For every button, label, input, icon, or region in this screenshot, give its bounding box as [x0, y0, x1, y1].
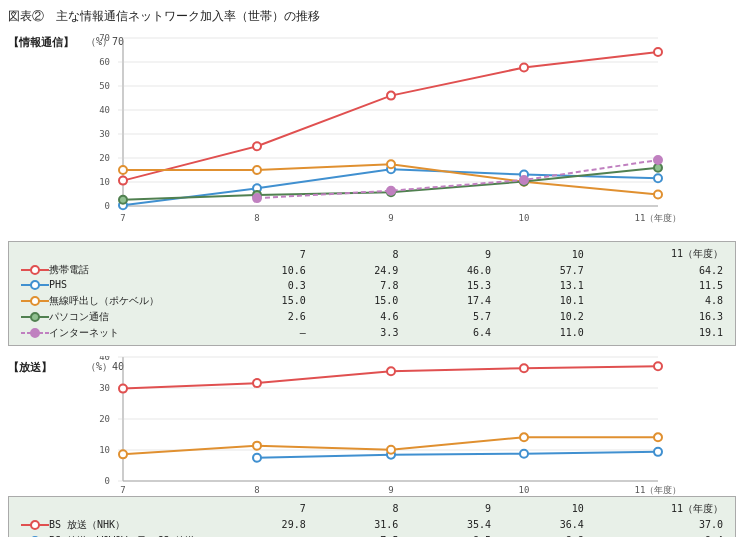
svg-point-89: [31, 521, 39, 529]
svg-point-37: [654, 191, 662, 199]
svg-point-79: [253, 453, 261, 461]
svg-point-32: [654, 174, 662, 182]
svg-text:0: 0: [105, 476, 110, 486]
svg-point-46: [654, 156, 662, 164]
legend2-row-nhk: BS 放送（NHK） 29.8 31.6 35.4 36.4 37.0: [17, 517, 727, 533]
svg-point-87: [654, 433, 662, 441]
svg-text:8: 8: [254, 485, 259, 495]
chart1-svg: （%）70 0 10 20 30 40 50 60 70: [78, 31, 678, 241]
svg-point-84: [253, 441, 261, 449]
svg-point-34: [253, 166, 261, 174]
svg-point-52: [31, 297, 39, 305]
svg-point-33: [119, 166, 127, 174]
svg-point-25: [387, 92, 395, 100]
svg-text:10: 10: [99, 177, 110, 187]
svg-point-44: [387, 187, 395, 195]
svg-point-35: [387, 160, 395, 168]
svg-text:50: 50: [99, 81, 110, 91]
svg-text:10: 10: [99, 445, 110, 455]
svg-point-74: [119, 384, 127, 392]
svg-point-23: [119, 177, 127, 185]
legend-row-internet: インターネット — 3.3 6.4 11.0 19.1: [17, 325, 727, 341]
svg-point-26: [520, 64, 528, 72]
svg-text:7: 7: [120, 213, 125, 223]
chart2-legend: 7 8 9 10 11（年度） BS 放送（NHK） 29.8 31.6 35.…: [8, 496, 736, 538]
chart1-section-label: 【情報通信】: [8, 31, 78, 50]
legend-row-pc: パソコン通信 2.6 4.6 5.7 10.2 16.3: [17, 309, 727, 325]
svg-point-56: [31, 329, 39, 337]
svg-point-38: [119, 196, 127, 204]
svg-point-43: [253, 194, 261, 202]
chart1-section: 【情報通信】 （%）70 0 10 20 30 40 50: [8, 31, 736, 346]
svg-point-45: [520, 176, 528, 184]
svg-text:70: 70: [99, 33, 110, 43]
chart2-section: 【放送】 （%）40 0 10 20 30 40 7 8 9 10: [8, 356, 736, 538]
svg-point-27: [654, 48, 662, 56]
legend-row-keitai: 携帯電話 10.6 24.9 46.0 57.7 64.2: [17, 262, 727, 278]
svg-text:40: 40: [99, 356, 110, 362]
page-title: 図表② 主な情報通信ネットワーク加入率（世帯）の推移: [8, 8, 736, 25]
svg-point-24: [253, 142, 261, 150]
svg-text:11（年度）: 11（年度）: [635, 485, 678, 495]
legend-header-row: 7 8 9 10 11（年度）: [17, 246, 727, 262]
svg-point-78: [654, 362, 662, 370]
svg-text:7: 7: [120, 485, 125, 495]
svg-text:20: 20: [99, 414, 110, 424]
svg-text:10: 10: [519, 485, 530, 495]
chart1-legend-table: 7 8 9 10 11（年度） 携帯電話 10.6 24.9 46.0 57.7…: [17, 246, 727, 341]
chart2-section-label: 【放送】: [8, 356, 78, 375]
legend2-header-row: 7 8 9 10 11（年度）: [17, 501, 727, 517]
chart2-legend-table: 7 8 9 10 11（年度） BS 放送（NHK） 29.8 31.6 35.…: [17, 501, 727, 538]
svg-text:10: 10: [519, 213, 530, 223]
svg-point-83: [119, 450, 127, 458]
svg-point-81: [520, 449, 528, 457]
svg-point-50: [31, 281, 39, 289]
svg-text:40: 40: [99, 105, 110, 115]
svg-point-54: [31, 313, 39, 321]
svg-text:9: 9: [388, 213, 393, 223]
svg-text:20: 20: [99, 153, 110, 163]
chart2-svg: （%）40 0 10 20 30 40 7 8 9 10 11（年度）: [78, 356, 678, 496]
svg-text:0: 0: [105, 201, 110, 211]
legend2-row-wowow: BS 放送（WOWOW）又はCS 放送 — 7.5 8.5 8.8 9.4: [17, 533, 727, 538]
svg-point-48: [31, 266, 39, 274]
svg-point-76: [387, 367, 395, 375]
svg-point-82: [654, 447, 662, 455]
chart2-y-label: （%）40: [86, 361, 124, 372]
svg-text:60: 60: [99, 57, 110, 67]
chart1-legend: 7 8 9 10 11（年度） 携帯電話 10.6 24.9 46.0 57.7…: [8, 241, 736, 346]
svg-text:8: 8: [254, 213, 259, 223]
svg-point-77: [520, 364, 528, 372]
legend-row-pokeberu: 無線呼出し（ポケベル） 15.0 15.0 17.4 10.1 4.8: [17, 293, 727, 309]
svg-text:30: 30: [99, 383, 110, 393]
legend-row-phs: PHS 0.3 7.8 15.3 13.1 11.5: [17, 278, 727, 293]
svg-text:11（年度）: 11（年度）: [635, 213, 678, 223]
svg-text:9: 9: [388, 485, 393, 495]
svg-text:30: 30: [99, 129, 110, 139]
svg-point-85: [387, 445, 395, 453]
svg-point-86: [520, 433, 528, 441]
svg-point-75: [253, 379, 261, 387]
